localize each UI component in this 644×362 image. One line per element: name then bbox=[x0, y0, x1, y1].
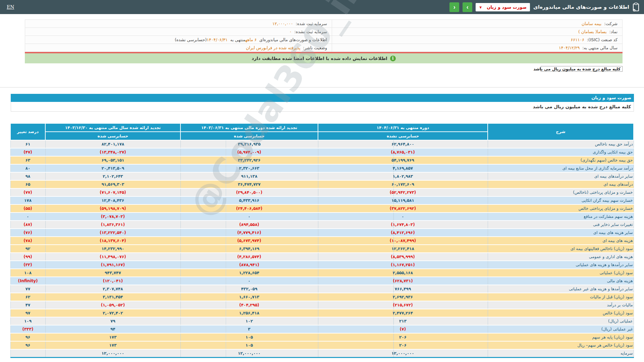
value-restated-period: (۵,۹۷۴,۰۰۹) bbox=[180, 148, 318, 156]
statement-row: سایر درآمدها و هزینه های غیر عملیاتی۷۶۶,… bbox=[10, 285, 634, 293]
value-restated-year: ۱۲,۴۰۸,۴۳۶ bbox=[45, 196, 180, 204]
info-cell-right: سال مالی منتهی به: ۱۴۰۴/۱۲/۲۹ bbox=[332, 44, 622, 52]
value-restated-period: (۵,۶۷۳,۹۷۴) bbox=[180, 237, 318, 245]
info-cell-left: اطلاعات و صورت‌های مالی میاندوره‌ای ۶ ما… bbox=[25, 36, 332, 44]
value-change-percent: (۳۳۳) bbox=[10, 325, 45, 333]
signature-match-banner: i اطلاعات نمایش داده شده با اطلاعات امضا… bbox=[25, 53, 623, 63]
value-restated-period: ۳۶,۴۷۴,۷۲۷ bbox=[180, 180, 318, 188]
info-label: سال مالی منتهی به: bbox=[581, 45, 618, 50]
statement-row: سایر هزینه های بیمه ای(۸,۴۱۲,۶۹۶)(۴,۷۷۹,… bbox=[10, 229, 634, 237]
statement-type-dropdown[interactable]: صورت سود و زیان ∨ bbox=[476, 3, 530, 11]
value-restated-period: (۸۹۴,۵۵۸) bbox=[180, 221, 318, 229]
value-current-period: (۱,۱۶۷,۲۵۱) bbox=[318, 261, 488, 269]
company-info-row: شرکت: بیمه سامانسرمایه ثبت شده: ۱۲,۰۰۰,۰… bbox=[25, 20, 623, 28]
value-restated-period: (۲۹,۸۴۰,۵۰۰) bbox=[180, 188, 318, 196]
value-change-percent: ۶۵ bbox=[10, 180, 45, 188]
value-restated-period: ۹۱۱,۱۳۸ bbox=[180, 172, 318, 180]
value-current-period: (۳۷,۸۲۲,۶۹۲) bbox=[318, 204, 488, 213]
info-cell-left: سرمایه ثبت شده: ۱۲,۰۰۰,۰۰۰ bbox=[25, 20, 332, 28]
value-restated-period: (۴,۷۷۹,۴۱۶) bbox=[180, 229, 318, 237]
signature-match-text: اطلاعات نمایش داده شده با اطلاعات امضا ش… bbox=[252, 56, 387, 61]
value-restated-year: ۲,۰۷۲,۴۰۲ bbox=[45, 309, 180, 317]
value-restated-year: (۳,۰۷۸,۷۰۳) bbox=[45, 213, 180, 221]
value-current-period: ۲۰۶ bbox=[318, 333, 488, 341]
nav-forward-button[interactable]: › bbox=[463, 2, 472, 12]
value-restated-period: ۱,۲۵۶,۴۱۸ bbox=[180, 309, 318, 317]
row-label: خسارت و مزایای پرداختی خالص bbox=[488, 204, 634, 213]
col-header-restated-year: تجدید ارائه شده سال مالی منتهی به ۱۴۰۳/۱… bbox=[45, 123, 180, 132]
row-label: حق بیمه خالص (سهم نگهداری) bbox=[488, 156, 634, 164]
clipboard-icon bbox=[633, 3, 639, 12]
statement-type-value: صورت سود و زیان bbox=[487, 5, 527, 10]
language-toggle-en[interactable]: EN bbox=[7, 4, 14, 10]
value-change-percent: ۹۶ bbox=[10, 333, 45, 341]
row-label: هزینه سهم مشارکت در منافع bbox=[488, 213, 634, 221]
statement-row: سود (زیان) خالص۲,۴۷۷,۲۶۴۱,۲۵۶,۴۱۸۲,۰۷۲,۴… bbox=[10, 309, 634, 317]
info-label: اطلاعات و صورت‌های مالی میاندوره‌ای bbox=[258, 37, 327, 42]
value-current-period: ۲,۶۹۲,۹۳۶ bbox=[318, 293, 488, 301]
info-value: ۱۴۰۴/۰۶/۳۱ bbox=[207, 37, 229, 42]
value-change-percent: (۷۸) bbox=[10, 237, 45, 245]
info-value: بساما( بسامان ) bbox=[578, 29, 608, 34]
value-current-period: ۱,۸۰۲,۹۸۳ bbox=[318, 172, 488, 180]
value-current-period: (۱,۶۷۴,۸۰۳) bbox=[318, 221, 488, 229]
row-label: تغییرات سایر ذخایر فنی bbox=[488, 221, 634, 229]
col-header-current-period: دوره منتهی به ۱۴۰۴/۰۶/۳۱ bbox=[318, 123, 488, 132]
value-restated-year: (۵۹,۱۹۸,۷۰۹) bbox=[45, 204, 180, 213]
nav-back-button[interactable]: ‹ bbox=[449, 2, 459, 12]
value-current-period: (۱۰,۰۸۷,۴۹۹) bbox=[318, 237, 488, 245]
value-restated-period: ۱۰۵ bbox=[180, 333, 318, 341]
statement-row: خسارت و مزایای پرداختی (ناخالص)(۵۲,۹۴۲,۲… bbox=[10, 188, 634, 196]
value-current-period: (۸,۴۱۲,۶۹۶) bbox=[318, 229, 488, 237]
value-restated-period: ۱,۶۶۰,۷۱۳ bbox=[180, 293, 318, 301]
value-current-period: (۵۲,۹۴۲,۲۷۳) bbox=[318, 188, 488, 196]
statement-row: هزینه های بیمه ای(۱۰,۰۸۷,۴۹۹)(۵,۶۷۳,۹۷۴)… bbox=[10, 237, 634, 245]
value-change-percent: ۹۲ bbox=[10, 245, 45, 253]
value-current-period: ۷۶۶,۴۹۹ bbox=[318, 285, 488, 293]
value-restated-year: ۱۴,۲۳۲,۹۹۰ bbox=[45, 245, 180, 253]
value-change-percent: ۱۷۸ bbox=[10, 196, 45, 204]
company-info-card: شرکت: بیمه سامانسرمایه ثبت شده: ۱۲,۰۰۰,۰… bbox=[25, 19, 623, 52]
value-current-period: (۶۲۸,۷۳۱) bbox=[318, 277, 488, 285]
row-label: درآمد سرمایه گذاری از محل منابع بیمه ای bbox=[488, 164, 634, 172]
col-subheader-audited-period: حسابرسی شده bbox=[180, 132, 318, 140]
value-restated-period: ۱۰۵ bbox=[180, 341, 318, 349]
info-icon: i bbox=[390, 56, 396, 61]
value-restated-year: (۷۱,۶۰۷,۱۴۵) bbox=[45, 188, 180, 196]
row-label: خسارت سهم بیمه گران اتکایی bbox=[488, 196, 634, 204]
value-restated-year: (۱۸,۱۳۷,۶۰۴) bbox=[45, 237, 180, 245]
info-label: سرمایه ثبت شده: bbox=[294, 21, 327, 26]
value-restated-year: ۲۰,۴۱۳,۵۰۹ bbox=[45, 164, 180, 172]
value-restated-period: ۲,۳۲۰,۶۶۳ bbox=[180, 164, 318, 172]
value-restated-year: ۲,۱۰۲,۶۴۳ bbox=[45, 172, 180, 180]
section-title-bar: صورت سود و زیان bbox=[11, 94, 634, 102]
value-current-period: (۸,۵۳۹,۹۹۹) bbox=[318, 253, 488, 261]
row-label: سرمایه bbox=[488, 349, 634, 358]
value-restated-year: ۳,۱۳۱,۴۵۴ bbox=[45, 293, 180, 301]
value-current-period: (۲۱۵,۶۷۲) bbox=[318, 301, 488, 309]
info-cell-right: شرکت: بیمه سامان bbox=[332, 20, 622, 28]
info-value: ۶ ماهه bbox=[246, 37, 258, 42]
value-restated-year: ۸۲,۴۰۱,۱۷۸ bbox=[45, 140, 180, 148]
row-label: عملیاتی (ریال) bbox=[488, 317, 634, 325]
row-label: سود (زیان) خالص bbox=[488, 309, 634, 317]
info-cell-left: وضعیت ناشر: پذیرفته شده در فرابورس ایران bbox=[25, 44, 332, 52]
value-restated-year: (۱۳,۲۲۲,۵۴۰) bbox=[45, 229, 180, 237]
value-change-percent: (۸۷) bbox=[10, 221, 45, 229]
value-current-period: ۲,۵۵۵,۱۶۸ bbox=[318, 269, 488, 277]
statement-row: سایر درآمدهای بیمه ای۱,۸۰۲,۹۸۳۹۱۱,۱۳۸۲,۱… bbox=[10, 172, 634, 180]
value-change-percent: (۵۵) bbox=[10, 204, 45, 213]
value-current-period: ۱۵,۱۱۹,۵۸۱ bbox=[318, 196, 488, 204]
statement-table: شرح دوره منتهی به ۱۴۰۴/۰۶/۳۱ تجدید ارائه… bbox=[10, 123, 634, 358]
value-current-period: ۶۰,۱۷۲,۶۰۹ bbox=[318, 180, 488, 188]
statement-row: سود (زیان) خالص هر سهم– ریال۲۰۶۱۰۵۱۷۳۹۶ bbox=[10, 341, 634, 349]
company-info-row: کد صنعت (ISIC): ۶۶۱۱۰۶اطلاعات و صورت‌های… bbox=[25, 36, 623, 44]
value-change-percent: ۶۲ bbox=[10, 293, 45, 301]
info-value: ۱۴۰۴/۱۲/۲۹ bbox=[559, 45, 581, 50]
row-label: سود (زیان) پایه هر سهم bbox=[488, 333, 634, 341]
top-bar: اطلاعات و صورت‌های مالی میاندوره‌ای صورت… bbox=[0, 0, 644, 14]
info-cell-right: نماد: بساما( بسامان ) bbox=[332, 28, 622, 36]
info-value: ۱۲,۰۰۰,۰۰۰ bbox=[272, 21, 294, 26]
value-change-percent: (۷۷) bbox=[10, 188, 45, 196]
row-label: سایر هزینه های بیمه ای bbox=[488, 229, 634, 237]
